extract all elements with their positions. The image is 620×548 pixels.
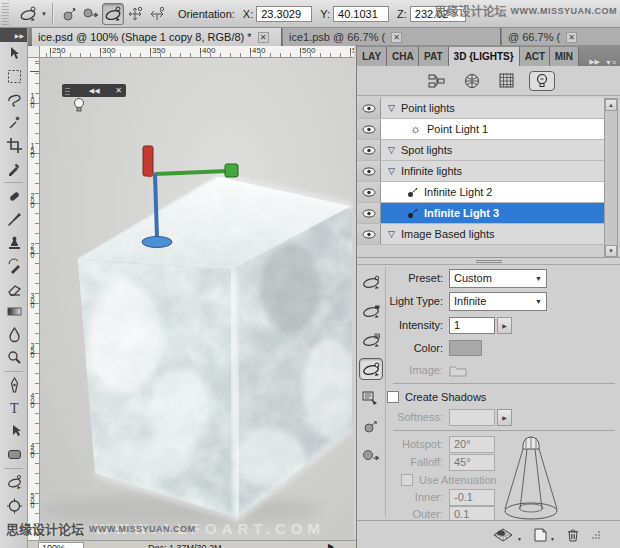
disclosure-triangle-icon[interactable]: ▽ (388, 145, 395, 155)
new-light-button[interactable]: ▼ (534, 528, 555, 542)
light-row-point-light-1[interactable]: ☼Point Light 1 (357, 119, 605, 140)
marquee-tool[interactable] (0, 65, 28, 88)
light-bulb-widget-icon[interactable] (73, 97, 85, 113)
3d-light-select-tool[interactable] (58, 3, 80, 25)
light-group-label: Image Based lights (401, 228, 495, 240)
disclosure-triangle-icon[interactable]: ▽ (388, 103, 395, 113)
filter-meshes-icon[interactable] (494, 71, 520, 91)
3d-rotate-tool-icon[interactable] (359, 271, 383, 293)
document-canvas[interactable]: ◀◀ ✕ (40, 58, 354, 540)
3d-rotate-light-tool[interactable] (102, 3, 124, 25)
tab-channels[interactable]: CHA (387, 47, 419, 66)
light-row-image-based-lights[interactable]: ▽Image Based lights (357, 224, 605, 245)
image-folder-icon[interactable] (449, 364, 467, 377)
light-row-infinite-light-3-selected[interactable]: Infinite Light 3 (357, 203, 605, 224)
overlay-grip[interactable] (65, 86, 70, 95)
tab-actions[interactable]: ACT (520, 47, 550, 66)
path-selection-tool[interactable] (0, 420, 28, 443)
disclosure-triangle-icon[interactable]: ▽ (388, 229, 395, 239)
visibility-eye-icon[interactable] (357, 224, 381, 244)
light-type-dropdown[interactable]: Infinite▼ (449, 292, 547, 311)
lights-list-scrollbar[interactable]: ▲ ▼ (604, 98, 618, 258)
close-tab-icon[interactable]: ✕ (566, 32, 577, 43)
panel-resize-grip[interactable] (591, 530, 601, 540)
panel-splitter[interactable] (357, 258, 620, 265)
options-bar-grip[interactable] (2, 3, 9, 25)
ruler-label: 150 (29, 142, 36, 157)
document-tab-partial[interactable]: @ 66.7% ( ✕ (502, 28, 620, 46)
tools-panel-collapse[interactable]: ▶▶ (0, 28, 27, 42)
3d-roll-tool-icon[interactable] (359, 300, 383, 322)
tab-mini-bridge[interactable]: MIN (550, 47, 579, 66)
light-row-point-lights[interactable]: ▽Point lights (357, 98, 605, 119)
light-row-spot-lights[interactable]: ▽Spot lights (357, 140, 605, 161)
camera-move-tool-icon[interactable] (359, 445, 383, 467)
disclosure-triangle-icon[interactable]: ▽ (388, 166, 395, 176)
panel-menu-icon[interactable]: ▼≡ (605, 59, 616, 66)
status-scroll-arrow-icon[interactable]: ▶ (328, 542, 334, 548)
shape-tool[interactable] (0, 443, 28, 466)
lasso-tool[interactable] (0, 88, 28, 111)
3d-light-return-tool[interactable] (80, 3, 102, 25)
close-icon[interactable]: ✕ (115, 86, 122, 95)
close-tab-icon[interactable]: ✕ (391, 32, 402, 43)
light-row-infinite-lights[interactable]: ▽Infinite lights (357, 161, 605, 182)
gradient-tool[interactable] (0, 300, 28, 323)
dodge-tool[interactable] (0, 346, 28, 369)
visibility-eye-icon[interactable] (357, 182, 381, 202)
3d-camera-rotate-tool[interactable] (0, 494, 28, 517)
magic-wand-tool[interactable] (0, 111, 28, 134)
visibility-eye-icon[interactable] (357, 119, 381, 139)
zoom-level-field[interactable]: 100% (38, 542, 84, 548)
tab-layers[interactable]: LAY (357, 47, 387, 66)
toggle-ground-plane-button[interactable]: ▼ (492, 528, 522, 542)
eyedropper-tool[interactable] (0, 157, 28, 180)
canvas-overlay-bar[interactable]: ◀◀ ✕ (62, 84, 126, 97)
history-brush-tool[interactable] (0, 254, 28, 277)
intensity-spinner[interactable]: ▶ (497, 317, 512, 334)
tab-3d-lights[interactable]: 3D {LIGHTS} (449, 47, 520, 66)
pen-tool[interactable] (0, 374, 28, 397)
delete-light-button[interactable] (567, 528, 579, 542)
filter-materials-icon[interactable] (459, 71, 485, 91)
ruler-origin-box[interactable] (28, 46, 40, 58)
document-tab-ice-psd[interactable]: ice.psd @ 100% (Shape 1 copy 8, RGB/8) *… (32, 28, 282, 46)
clone-stamp-tool[interactable] (0, 231, 28, 254)
move-tool[interactable] (0, 42, 28, 65)
spot-healing-brush-tool[interactable] (0, 185, 28, 208)
visibility-eye-icon[interactable] (357, 98, 381, 118)
eraser-tool[interactable] (0, 277, 28, 300)
light-sphere-tool-icon[interactable] (359, 416, 383, 438)
orientation-x-input[interactable]: 23.3029 (256, 6, 312, 22)
tool-dropdown-arrow[interactable]: ▼ (41, 11, 47, 17)
3d-pan-light-tool[interactable] (124, 3, 146, 25)
close-tab-icon[interactable]: ✕ (258, 32, 269, 43)
3d-object-rotate-tool[interactable] (0, 471, 28, 494)
scroll-up-icon[interactable]: ▲ (605, 99, 617, 111)
brush-tool[interactable] (0, 208, 28, 231)
color-swatch[interactable] (449, 340, 482, 356)
blur-tool[interactable] (0, 323, 28, 346)
3d-slide-light-tool[interactable] (146, 3, 168, 25)
visibility-eye-icon[interactable] (357, 203, 381, 223)
crop-tool[interactable] (0, 134, 28, 157)
create-shadows-checkbox[interactable] (387, 391, 399, 403)
filter-scene-icon[interactable] (424, 71, 450, 91)
tab-paths[interactable]: PAT (419, 47, 449, 66)
active-3d-tool-icon[interactable] (17, 3, 39, 25)
light-row-infinite-light-2[interactable]: Infinite Light 2 (357, 182, 605, 203)
collapse-left-icon[interactable]: ◀◀ (73, 87, 115, 95)
3d-rotate-light-tool-icon[interactable] (359, 358, 383, 380)
scroll-down-icon[interactable]: ▼ (605, 245, 617, 257)
type-tool[interactable]: T (0, 397, 28, 420)
orientation-y-input[interactable]: 40.1031 (333, 6, 389, 22)
visibility-eye-icon[interactable] (357, 140, 381, 160)
document-tab-ice1-psb[interactable]: ice1.psb @ 66.7% ( ✕ (283, 28, 501, 46)
visibility-eye-icon[interactable] (357, 161, 381, 181)
intensity-input[interactable]: 1 (449, 317, 495, 334)
preset-dropdown[interactable]: Custom▼ (449, 269, 547, 288)
3d-pan-tool-icon[interactable] (359, 329, 383, 351)
expand-panels-icon[interactable]: ▶▶ (589, 58, 600, 66)
filter-lights-icon[interactable] (529, 71, 555, 91)
3d-paint-tool-icon[interactable] (359, 387, 383, 409)
